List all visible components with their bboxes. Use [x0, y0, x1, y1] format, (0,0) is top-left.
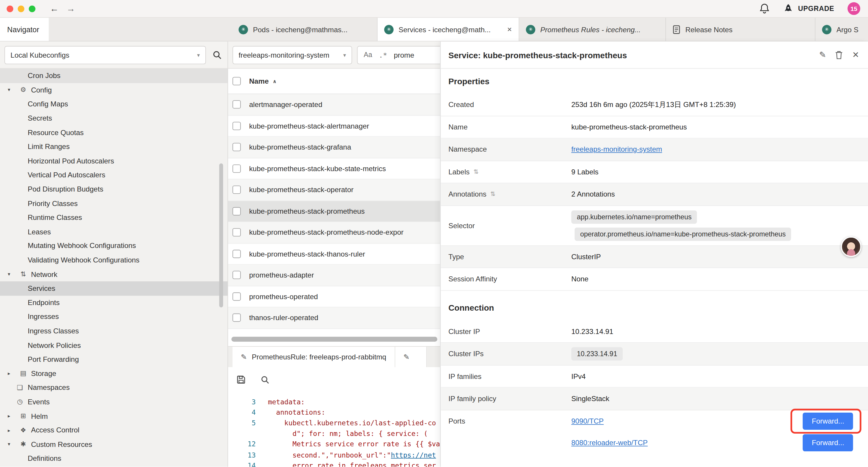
close-drawer-icon[interactable]: ✕ — [852, 50, 859, 60]
regex-icon[interactable]: .* — [379, 51, 387, 59]
cluster-icon: ✳ — [384, 25, 394, 34]
sidebar-tree-item[interactable]: Vertical Pod Autoscalers — [0, 168, 227, 182]
forward-icon[interactable]: → — [66, 4, 75, 13]
dock-tab-partial[interactable]: ✎ — [395, 347, 427, 367]
delete-trash-icon[interactable] — [835, 50, 843, 60]
row-checkbox[interactable] — [232, 314, 241, 322]
row-label: Cluster IP — [448, 327, 571, 335]
sidebar-tree-item[interactable]: ❏ Namespaces — [0, 380, 227, 395]
line-number: 12 — [228, 440, 268, 448]
sidebar-scrollbar[interactable] — [219, 164, 223, 308]
tree-item-label: Namespaces — [28, 383, 70, 391]
sidebar-tree-item[interactable]: Horizontal Pod Autoscalers — [0, 154, 227, 168]
forward-button[interactable]: Forward... — [803, 434, 853, 451]
save-icon[interactable] — [236, 375, 246, 384]
rocket-icon — [783, 4, 794, 13]
tree-item-icon: ⇅ — [18, 270, 29, 278]
drawer-row-session-affinity: Session Affinity None — [440, 268, 868, 291]
sidebar-tree-item[interactable]: Definitions — [0, 451, 227, 466]
expand-sorter-icon[interactable]: ⇅ — [490, 191, 495, 198]
dock-tab-prometheusrule[interactable]: ✎ PrometheusRule: freeleaps-prod-rabbitm… — [232, 347, 395, 367]
notification-count-badge[interactable]: 15 — [848, 2, 860, 15]
sidebar-tree-item[interactable]: ◷ Events — [0, 395, 227, 409]
chevron-icon[interactable]: ▾ — [0, 442, 18, 447]
chevron-icon[interactable]: ▸ — [0, 371, 18, 376]
editor-search-icon[interactable] — [261, 375, 270, 384]
sidebar-tree-item[interactable]: ▾ ⇅ Network — [0, 267, 227, 282]
tree-item-label: Storage — [31, 369, 56, 377]
select-all-checkbox[interactable] — [232, 77, 241, 85]
row-checkbox[interactable] — [232, 292, 241, 300]
sidebar-tree-item[interactable]: Ingresses — [0, 310, 227, 324]
sidebar-tree-item[interactable]: Resource Quotas — [0, 125, 227, 140]
forward-button[interactable]: Forward... — [803, 412, 853, 430]
sidebar-tree-item[interactable]: ▸ ❖ Access Control — [0, 423, 227, 437]
edit-pencil-icon[interactable]: ✎ — [819, 50, 826, 60]
sidebar-tree-item[interactable]: Limit Ranges — [0, 140, 227, 154]
chevron-icon[interactable]: ▸ — [0, 428, 18, 433]
sidebar-tree-item[interactable]: Endpoints — [0, 296, 227, 310]
annotations-count: 2 Annotations — [571, 190, 860, 198]
maximize-window-button[interactable] — [29, 5, 35, 12]
close-tab-icon[interactable]: ✕ — [507, 26, 512, 33]
tree-item-label: Pod Disruption Budgets — [28, 185, 103, 193]
sidebar-tree-item[interactable]: ▸ ⊞ Helm — [0, 409, 227, 423]
row-checkbox[interactable] — [232, 250, 241, 258]
horizontal-scrollbar[interactable] — [231, 337, 437, 342]
row-checkbox[interactable] — [232, 100, 241, 109]
row-checkbox[interactable] — [232, 164, 241, 173]
chevron-down-icon: ▾ — [343, 52, 346, 58]
service-name: prometheus-operated — [249, 292, 318, 300]
sidebar-tree-item[interactable]: Priority Classes — [0, 196, 227, 210]
close-window-button[interactable] — [6, 5, 13, 12]
kubeconfig-select[interactable]: Local Kubeconfigs ▾ — [4, 46, 206, 64]
sidebar-tree-item[interactable]: Services — [0, 282, 227, 296]
tab-pods[interactable]: ✳ Pods - icecheng@mathmas... — [232, 18, 378, 41]
back-icon[interactable]: ← — [50, 4, 59, 13]
sidebar-tree-item[interactable]: ▸ ▤ Storage — [0, 366, 227, 380]
sidebar-tree-item[interactable]: Leases — [0, 225, 227, 239]
sidebar-tree-item[interactable]: Network Policies — [0, 338, 227, 352]
expand-sorter-icon[interactable]: ⇅ — [473, 168, 478, 175]
sidebar-tree-item[interactable]: Secrets — [0, 111, 227, 125]
sidebar-tree-item[interactable]: ▾ ✱ Custom Resources — [0, 437, 227, 451]
tab-argo[interactable]: ✳ Argo S — [815, 18, 868, 41]
tab-release-notes[interactable]: Release Notes — [666, 18, 815, 41]
navigator-panel-tab[interactable]: Navigator — [0, 18, 49, 41]
sidebar-tree-item[interactable]: Pod Disruption Budgets — [0, 182, 227, 196]
match-case-icon[interactable]: Aa — [364, 51, 372, 59]
tab-prometheus-rules[interactable]: ✳ Prometheus Rules - icecheng... — [519, 18, 666, 41]
upgrade-button[interactable]: UPGRADE — [783, 4, 834, 13]
row-checkbox[interactable] — [232, 271, 241, 279]
port-link[interactable]: 8080:reloader-web/TCP — [571, 438, 648, 447]
port-link[interactable]: 9090/TCP — [571, 417, 604, 425]
search-icon[interactable] — [213, 50, 222, 60]
labels-count: 9 Labels — [571, 168, 860, 176]
minimize-window-button[interactable] — [18, 5, 24, 12]
row-checkbox[interactable] — [232, 228, 241, 236]
tree-item-label: Definitions — [28, 454, 61, 463]
sidebar-tree-item[interactable]: ▾ ⚙ Config — [0, 83, 227, 97]
row-checkbox[interactable] — [232, 143, 241, 151]
sidebar-tree-item[interactable]: Config Maps — [0, 97, 227, 111]
sidebar-tree-item[interactable]: Cron Jobs — [0, 68, 227, 83]
sidebar-tree-item[interactable]: Ingress Classes — [0, 324, 227, 338]
chevron-icon[interactable]: ▾ — [0, 271, 18, 277]
namespace-link[interactable]: freeleaps-monitoring-system — [571, 145, 662, 153]
row-label: Cluster IPs — [448, 350, 571, 358]
tab-label: Services - icecheng@math... — [399, 25, 500, 33]
sidebar-tree-item[interactable]: Validating Webhook Configurations — [0, 253, 227, 267]
sidebar-tree-item[interactable]: Port Forwarding — [0, 352, 227, 366]
row-checkbox[interactable] — [232, 185, 241, 194]
notifications-bell-icon[interactable] — [759, 3, 769, 14]
avatar[interactable] — [841, 236, 861, 257]
sidebar-tree-item[interactable]: Runtime Classes — [0, 210, 227, 225]
tab-services[interactable]: ✳ Services - icecheng@math... ✕ — [378, 18, 519, 41]
namespace-select[interactable]: freeleaps-monitoring-system ▾ — [232, 46, 352, 64]
sidebar-tree-item[interactable]: Mutating Webhook Configurations — [0, 239, 227, 253]
row-checkbox[interactable] — [232, 207, 241, 215]
chevron-icon[interactable]: ▾ — [0, 87, 18, 93]
row-checkbox[interactable] — [232, 122, 241, 130]
chevron-icon[interactable]: ▸ — [0, 413, 18, 419]
column-header-name[interactable]: Name ∧ — [249, 77, 277, 85]
